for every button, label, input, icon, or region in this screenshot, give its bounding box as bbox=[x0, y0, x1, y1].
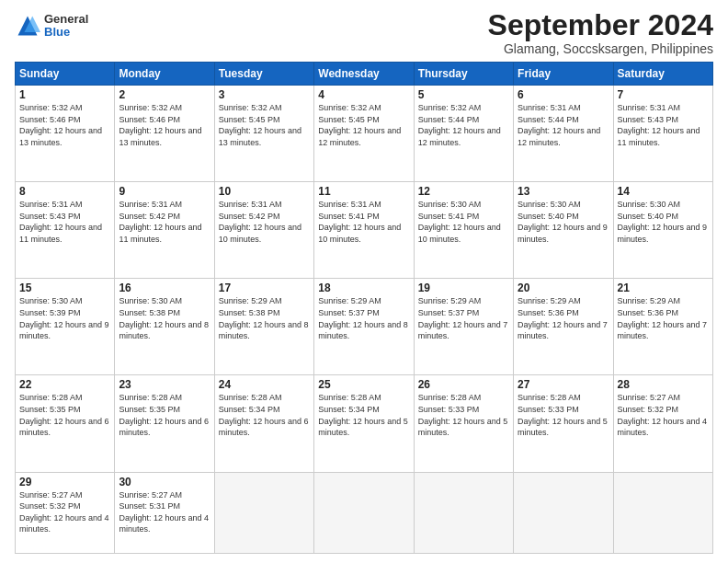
day-number: 18 bbox=[318, 282, 409, 294]
table-row: 6 Sunrise: 5:31 AMSunset: 5:44 PMDayligh… bbox=[514, 86, 613, 182]
location: Glamang, Soccsksargen, Philippines bbox=[488, 41, 713, 56]
day-number: 23 bbox=[119, 378, 210, 391]
table-row bbox=[214, 472, 313, 554]
logo-blue-text: Blue bbox=[44, 26, 88, 39]
table-row: 17 Sunrise: 5:29 AMSunset: 5:38 PMDaylig… bbox=[214, 279, 313, 375]
day-number: 14 bbox=[618, 185, 709, 198]
day-info: Sunrise: 5:32 AMSunset: 5:44 PMDaylight:… bbox=[418, 103, 501, 147]
day-number: 25 bbox=[318, 378, 409, 391]
logo-general-text: General bbox=[44, 13, 88, 26]
day-number: 8 bbox=[19, 185, 110, 198]
table-row: 19 Sunrise: 5:29 AMSunset: 5:37 PMDaylig… bbox=[414, 279, 513, 375]
day-info: Sunrise: 5:27 AMSunset: 5:32 PMDaylight:… bbox=[19, 490, 109, 534]
day-number: 10 bbox=[219, 185, 310, 198]
day-info: Sunrise: 5:28 AMSunset: 5:33 PMDaylight:… bbox=[518, 393, 608, 437]
day-info: Sunrise: 5:30 AMSunset: 5:40 PMDaylight:… bbox=[518, 200, 608, 244]
day-number: 28 bbox=[618, 378, 709, 391]
table-row: 18 Sunrise: 5:29 AMSunset: 5:37 PMDaylig… bbox=[314, 279, 414, 375]
day-number: 29 bbox=[19, 476, 110, 488]
day-number: 11 bbox=[318, 185, 409, 198]
table-row bbox=[314, 472, 414, 554]
day-number: 17 bbox=[219, 282, 310, 294]
table-row: 10 Sunrise: 5:31 AMSunset: 5:42 PMDaylig… bbox=[214, 182, 313, 279]
table-row: 25 Sunrise: 5:28 AMSunset: 5:34 PMDaylig… bbox=[314, 375, 414, 472]
table-row: 24 Sunrise: 5:28 AMSunset: 5:34 PMDaylig… bbox=[214, 375, 313, 472]
table-row: 23 Sunrise: 5:28 AMSunset: 5:35 PMDaylig… bbox=[115, 375, 214, 472]
table-row: 2 Sunrise: 5:32 AMSunset: 5:46 PMDayligh… bbox=[115, 86, 214, 182]
day-number: 6 bbox=[518, 88, 609, 101]
header-friday: Friday bbox=[514, 63, 613, 86]
table-row: 9 Sunrise: 5:31 AMSunset: 5:42 PMDayligh… bbox=[115, 182, 214, 279]
table-row: 7 Sunrise: 5:31 AMSunset: 5:43 PMDayligh… bbox=[613, 86, 712, 182]
table-row: 28 Sunrise: 5:27 AMSunset: 5:32 PMDaylig… bbox=[613, 375, 712, 472]
logo: General Blue bbox=[15, 13, 88, 40]
month-title: September 2024 bbox=[488, 9, 713, 41]
day-number: 26 bbox=[418, 378, 509, 391]
day-info: Sunrise: 5:29 AMSunset: 5:37 PMDaylight:… bbox=[318, 296, 408, 340]
calendar: Sunday Monday Tuesday Wednesday Thursday… bbox=[15, 62, 713, 554]
table-row: 12 Sunrise: 5:30 AMSunset: 5:41 PMDaylig… bbox=[414, 182, 513, 279]
table-row bbox=[613, 472, 712, 554]
table-row: 29 Sunrise: 5:27 AMSunset: 5:32 PMDaylig… bbox=[16, 472, 115, 554]
day-info: Sunrise: 5:28 AMSunset: 5:35 PMDaylight:… bbox=[119, 393, 209, 437]
day-info: Sunrise: 5:27 AMSunset: 5:31 PMDaylight:… bbox=[119, 490, 209, 534]
logo-icon bbox=[15, 13, 40, 39]
header-sunday: Sunday bbox=[16, 63, 115, 86]
day-info: Sunrise: 5:28 AMSunset: 5:34 PMDaylight:… bbox=[219, 393, 309, 437]
header-monday: Monday bbox=[115, 63, 214, 86]
day-info: Sunrise: 5:32 AMSunset: 5:46 PMDaylight:… bbox=[19, 103, 102, 147]
table-row bbox=[414, 472, 513, 554]
table-row: 3 Sunrise: 5:32 AMSunset: 5:45 PMDayligh… bbox=[214, 86, 313, 182]
table-row: 30 Sunrise: 5:27 AMSunset: 5:31 PMDaylig… bbox=[115, 472, 214, 554]
day-number: 5 bbox=[418, 88, 509, 101]
day-info: Sunrise: 5:31 AMSunset: 5:41 PMDaylight:… bbox=[318, 200, 401, 244]
header-wednesday: Wednesday bbox=[314, 63, 414, 86]
title-block: September 2024 Glamang, Soccsksargen, Ph… bbox=[488, 9, 713, 56]
day-info: Sunrise: 5:28 AMSunset: 5:34 PMDaylight:… bbox=[318, 393, 408, 437]
day-info: Sunrise: 5:29 AMSunset: 5:36 PMDaylight:… bbox=[518, 296, 608, 340]
day-info: Sunrise: 5:28 AMSunset: 5:33 PMDaylight:… bbox=[418, 393, 508, 437]
day-number: 22 bbox=[19, 378, 110, 391]
day-info: Sunrise: 5:28 AMSunset: 5:35 PMDaylight:… bbox=[19, 393, 109, 437]
table-row: 13 Sunrise: 5:30 AMSunset: 5:40 PMDaylig… bbox=[514, 182, 613, 279]
day-info: Sunrise: 5:32 AMSunset: 5:46 PMDaylight:… bbox=[119, 103, 201, 147]
day-info: Sunrise: 5:32 AMSunset: 5:45 PMDaylight:… bbox=[318, 103, 401, 147]
day-info: Sunrise: 5:31 AMSunset: 5:43 PMDaylight:… bbox=[19, 200, 102, 244]
table-row: 4 Sunrise: 5:32 AMSunset: 5:45 PMDayligh… bbox=[314, 86, 414, 182]
day-number: 20 bbox=[518, 282, 609, 294]
day-number: 19 bbox=[418, 282, 509, 294]
day-info: Sunrise: 5:30 AMSunset: 5:40 PMDaylight:… bbox=[618, 200, 708, 244]
day-info: Sunrise: 5:27 AMSunset: 5:32 PMDaylight:… bbox=[618, 393, 708, 437]
day-number: 9 bbox=[119, 185, 210, 198]
table-row: 1 Sunrise: 5:32 AMSunset: 5:46 PMDayligh… bbox=[16, 86, 115, 182]
day-number: 3 bbox=[219, 88, 310, 101]
day-info: Sunrise: 5:29 AMSunset: 5:38 PMDaylight:… bbox=[219, 296, 309, 340]
day-info: Sunrise: 5:31 AMSunset: 5:43 PMDaylight:… bbox=[618, 103, 700, 147]
day-number: 21 bbox=[618, 282, 709, 294]
day-number: 16 bbox=[119, 282, 210, 294]
table-row: 8 Sunrise: 5:31 AMSunset: 5:43 PMDayligh… bbox=[16, 182, 115, 279]
day-number: 15 bbox=[19, 282, 110, 294]
calendar-header-row: Sunday Monday Tuesday Wednesday Thursday… bbox=[16, 63, 713, 86]
day-number: 13 bbox=[518, 185, 609, 198]
page: General Blue September 2024 Glamang, Soc… bbox=[0, 0, 728, 563]
table-row: 16 Sunrise: 5:30 AMSunset: 5:38 PMDaylig… bbox=[115, 279, 214, 375]
day-number: 12 bbox=[418, 185, 509, 198]
day-info: Sunrise: 5:30 AMSunset: 5:39 PMDaylight:… bbox=[19, 296, 109, 340]
table-row: 27 Sunrise: 5:28 AMSunset: 5:33 PMDaylig… bbox=[514, 375, 613, 472]
table-row: 15 Sunrise: 5:30 AMSunset: 5:39 PMDaylig… bbox=[16, 279, 115, 375]
day-info: Sunrise: 5:31 AMSunset: 5:44 PMDaylight:… bbox=[518, 103, 600, 147]
day-info: Sunrise: 5:30 AMSunset: 5:41 PMDaylight:… bbox=[418, 200, 501, 244]
day-info: Sunrise: 5:29 AMSunset: 5:37 PMDaylight:… bbox=[418, 296, 508, 340]
day-info: Sunrise: 5:30 AMSunset: 5:38 PMDaylight:… bbox=[119, 296, 209, 340]
table-row: 22 Sunrise: 5:28 AMSunset: 5:35 PMDaylig… bbox=[16, 375, 115, 472]
logo-text: General Blue bbox=[44, 13, 88, 40]
day-number: 2 bbox=[119, 88, 210, 101]
day-number: 24 bbox=[219, 378, 310, 391]
day-info: Sunrise: 5:31 AMSunset: 5:42 PMDaylight:… bbox=[119, 200, 201, 244]
header-tuesday: Tuesday bbox=[214, 63, 313, 86]
day-info: Sunrise: 5:32 AMSunset: 5:45 PMDaylight:… bbox=[219, 103, 301, 147]
table-row: 20 Sunrise: 5:29 AMSunset: 5:36 PMDaylig… bbox=[514, 279, 613, 375]
table-row: 21 Sunrise: 5:29 AMSunset: 5:36 PMDaylig… bbox=[613, 279, 712, 375]
header-saturday: Saturday bbox=[613, 63, 712, 86]
